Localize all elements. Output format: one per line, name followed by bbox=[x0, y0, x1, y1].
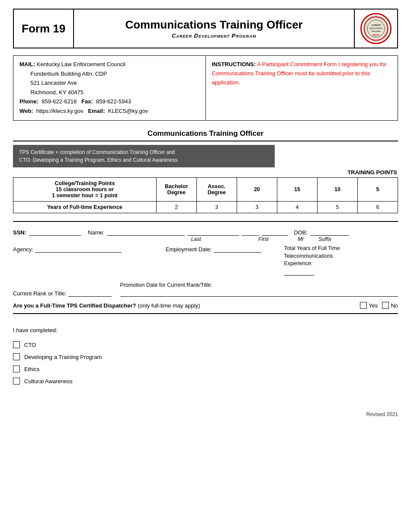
first-sublabel: First bbox=[236, 236, 291, 242]
dispatcher-row: Are you a Full-Time TPS Certified Dispat… bbox=[13, 302, 398, 309]
ssn-label: SSN: bbox=[13, 229, 26, 236]
dob-label: DOB: bbox=[294, 229, 308, 236]
footer: Revised 2021 bbox=[13, 411, 398, 417]
yes-no-group: Yes No bbox=[360, 302, 398, 309]
form-number-label: Form 19 bbox=[22, 22, 65, 35]
revised-label: Revised 2021 bbox=[366, 411, 398, 417]
suffix-sublabel: Suffix bbox=[311, 236, 339, 242]
name-first-field[interactable] bbox=[187, 228, 239, 236]
employment-date-field[interactable] bbox=[214, 245, 261, 253]
employment-date-label: Employment Date: bbox=[166, 246, 212, 253]
cultural-checkbox[interactable] bbox=[13, 378, 20, 385]
yes-checkbox[interactable] bbox=[360, 302, 367, 309]
col1-header-text: College/Training Points15 classroom hour… bbox=[52, 180, 118, 199]
mail-label: MAIL: bbox=[19, 61, 35, 67]
cto-checkbox[interactable] bbox=[13, 341, 20, 348]
total-years-label: Total Years of Full TimeTelecommunicatio… bbox=[284, 245, 398, 268]
fax-label: Fax: bbox=[81, 98, 93, 105]
sub-title: Career Development Program bbox=[172, 32, 256, 39]
completed-item-ethics: Ethics bbox=[13, 365, 398, 372]
col4-header: 20 bbox=[237, 178, 277, 202]
col2-header: BachelorDegree bbox=[156, 178, 196, 202]
promotion-date-label: Promotion Date for Current Rank/Title: bbox=[120, 282, 398, 288]
no-label: No bbox=[391, 302, 398, 309]
completed-section: I have completed: CTO Developing a Train… bbox=[13, 323, 398, 394]
training-points-header: TRAINING POINTS bbox=[13, 167, 397, 177]
total-years-field[interactable] bbox=[284, 268, 314, 276]
phone-value: 859-622-6218 bbox=[42, 98, 77, 105]
cto-section-title: Communications Training Officer bbox=[13, 129, 398, 141]
col3-header: Assoc.Degree bbox=[196, 178, 237, 202]
agency-row: Agency: Employment Date: Total Years of … bbox=[13, 245, 398, 278]
mail-line3: 521 Lancaster Ave bbox=[30, 80, 77, 86]
col3-header-text: Assoc.Degree bbox=[208, 183, 226, 195]
no-checkbox-item: No bbox=[382, 302, 398, 309]
name-last-field[interactable] bbox=[107, 228, 185, 236]
main-title: Communications Training Officer bbox=[125, 18, 302, 32]
info-right: INSTRUCTIONS: A Participant Commitment F… bbox=[206, 56, 398, 120]
yes-label: Yes bbox=[369, 302, 378, 309]
mail-line4: Richmond, KY 40475 bbox=[30, 89, 83, 96]
header-box: Form 19 Communications Training Officer … bbox=[13, 9, 398, 48]
rank-promotion-row: Current Rank or Title: Promotion Date fo… bbox=[13, 282, 398, 297]
dispatcher-question-bold: Are you a Full-Time TPS Certified Dispat… bbox=[13, 302, 136, 309]
cultural-label: Cultural Awareness bbox=[24, 378, 73, 385]
row2-col2: 2 bbox=[156, 202, 196, 213]
mi-sublabel: MI bbox=[291, 236, 311, 242]
desc-text: TPS Certificate + completion of Communic… bbox=[19, 149, 177, 163]
promotion-group: Promotion Date for Current Rank/Title: bbox=[120, 282, 398, 297]
program-label: Developing a Training Program bbox=[24, 354, 102, 360]
name-suffix-field[interactable] bbox=[262, 228, 288, 236]
web-label: Web: bbox=[19, 108, 33, 114]
desc-bar: TPS Certificate + completion of Communic… bbox=[13, 145, 275, 167]
email-value: KLECS@ky.gov bbox=[108, 108, 148, 114]
header-logo: CAREER DEVELOPMENT PROGRAM KLECS bbox=[354, 10, 397, 48]
row2-label: Years of Full-time Experience bbox=[13, 202, 157, 213]
svg-text:KLECS: KLECS bbox=[372, 34, 379, 36]
col1-header: College/Training Points15 classroom hour… bbox=[13, 178, 157, 202]
phone-label: Phone: bbox=[19, 98, 39, 105]
svg-text:CAREER: CAREER bbox=[371, 24, 381, 26]
col6-header: 10 bbox=[317, 178, 357, 202]
row2-col7: 6 bbox=[357, 202, 398, 213]
svg-text:PROGRAM: PROGRAM bbox=[372, 30, 381, 32]
no-checkbox[interactable] bbox=[382, 302, 389, 309]
ethics-label: Ethics bbox=[24, 366, 39, 372]
form-number-cell: Form 19 bbox=[14, 10, 74, 48]
logo-inner: CAREER DEVELOPMENT PROGRAM KLECS bbox=[363, 16, 389, 42]
training-table-wrapper: TRAINING POINTS College/Training Points1… bbox=[13, 167, 398, 213]
program-checkbox[interactable] bbox=[13, 353, 20, 360]
row2-label-text: Years of Full-time Experience bbox=[47, 204, 122, 210]
total-years-group: Total Years of Full TimeTelecommunicatio… bbox=[284, 245, 398, 278]
dob-field[interactable] bbox=[310, 228, 349, 236]
cto-label: CTO bbox=[24, 342, 36, 348]
agency-field[interactable] bbox=[35, 245, 122, 253]
col5-header: 15 bbox=[277, 178, 317, 202]
row2-col6: 5 bbox=[317, 202, 357, 213]
current-rank-field[interactable] bbox=[68, 289, 112, 297]
logo-circle: CAREER DEVELOPMENT PROGRAM KLECS bbox=[360, 13, 392, 44]
ssn-field[interactable] bbox=[29, 228, 81, 236]
col2-header-text: BachelorDegree bbox=[165, 183, 188, 195]
completed-item-cto: CTO bbox=[13, 341, 398, 348]
completed-intro: I have completed: bbox=[13, 327, 398, 333]
ssn-name-row: SSN: Name: DOB: Last First MI Suffix bbox=[13, 228, 398, 242]
ethics-checkbox[interactable] bbox=[13, 365, 20, 372]
row2-col5: 4 bbox=[277, 202, 317, 213]
dispatcher-note: (only full-time may apply) bbox=[136, 302, 200, 309]
yes-checkbox-item: Yes bbox=[360, 302, 378, 309]
mail-line1: Kentucky Law Enforcement Council bbox=[37, 61, 125, 67]
promotion-date-field[interactable] bbox=[120, 289, 398, 297]
dispatcher-question: Are you a Full-Time TPS Certified Dispat… bbox=[13, 302, 200, 309]
instructions-label: INSTRUCTIONS: bbox=[212, 61, 256, 67]
current-rank-label: Current Rank or Title: bbox=[13, 290, 67, 297]
training-table: College/Training Points15 classroom hour… bbox=[13, 177, 398, 213]
row2-col4: 3 bbox=[237, 202, 277, 213]
email-label: Email: bbox=[88, 108, 105, 114]
form-fields-section: SSN: Name: DOB: Last First MI Suffix Age… bbox=[13, 221, 398, 314]
name-mi-field[interactable] bbox=[242, 228, 259, 236]
name-label: Name: bbox=[88, 229, 104, 236]
info-left: MAIL: Kentucky Law Enforcement Council F… bbox=[13, 56, 206, 120]
completed-item-cultural: Cultural Awareness bbox=[13, 378, 398, 385]
svg-text:DEVELOPMENT: DEVELOPMENT bbox=[369, 27, 383, 29]
